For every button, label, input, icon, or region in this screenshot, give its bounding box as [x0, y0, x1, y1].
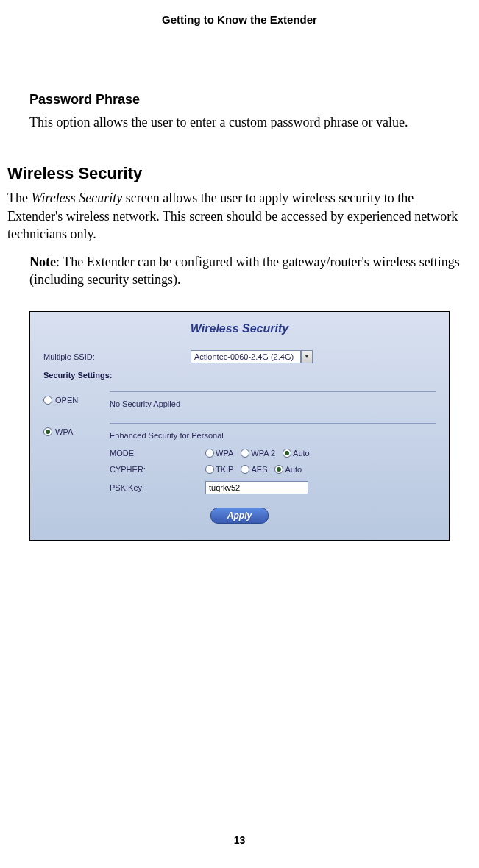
apply-button[interactable]: Apply: [210, 508, 269, 524]
note-label: Note: [29, 255, 56, 269]
cypher-label: CYPHER:: [110, 465, 205, 474]
open-label: OPEN: [55, 396, 78, 405]
mode-auto-text: Auto: [293, 449, 310, 458]
cypher-aes-text: AES: [251, 465, 267, 474]
cypher-tkip-radio[interactable]: [205, 465, 214, 474]
section-body: The Wireless Security screen allows the …: [7, 189, 472, 243]
mode-wpa-radio[interactable]: [205, 449, 214, 458]
mode-wpa2-text: WPA 2: [251, 449, 275, 458]
cypher-auto-text: Auto: [285, 465, 302, 474]
page-number: 13: [0, 834, 479, 846]
section-body-prefix: The: [7, 191, 31, 205]
cypher-auto-radio[interactable]: [274, 465, 283, 474]
psk-label: PSK Key:: [110, 483, 205, 492]
wpa-radio[interactable]: [43, 427, 52, 436]
wpa-desc: Enhanced Security for Personal: [110, 431, 436, 440]
ssid-select[interactable]: Actiontec-0060-2.4G (2.4G) ▼: [191, 350, 313, 363]
cypher-aes-radio[interactable]: [241, 465, 249, 474]
subsection-body: This option allows the user to enter a c…: [29, 113, 472, 131]
mode-auto-radio[interactable]: [283, 449, 291, 458]
section-body-italic: Wireless Security: [31, 191, 122, 205]
security-settings-label: Security Settings:: [43, 371, 436, 380]
section-heading: Wireless Security: [7, 164, 472, 183]
wpa-label: WPA: [55, 427, 73, 436]
psk-input[interactable]: [205, 481, 308, 494]
ssid-select-value: Actiontec-0060-2.4G (2.4G): [191, 350, 301, 363]
chevron-down-icon[interactable]: ▼: [301, 350, 313, 363]
ssid-label: Multiple SSID:: [43, 352, 191, 361]
mode-wpa-text: WPA: [216, 449, 233, 458]
open-desc: No Security Applied: [110, 399, 436, 408]
cypher-tkip-text: TKIP: [216, 465, 233, 474]
panel-title: Wireless Security: [43, 322, 436, 335]
note-block: Note: The Extender can be configured wit…: [7, 253, 472, 289]
page-header: Getting to Know the Extender: [0, 0, 479, 55]
subsection-heading: Password Phrase: [29, 92, 472, 107]
mode-wpa2-radio[interactable]: [241, 449, 249, 458]
note-text: : The Extender can be configured with th…: [29, 255, 460, 287]
open-radio[interactable]: [43, 396, 52, 405]
mode-label: MODE:: [110, 449, 205, 458]
wireless-security-panel: Wireless Security Multiple SSID: Actiont…: [29, 311, 450, 541]
